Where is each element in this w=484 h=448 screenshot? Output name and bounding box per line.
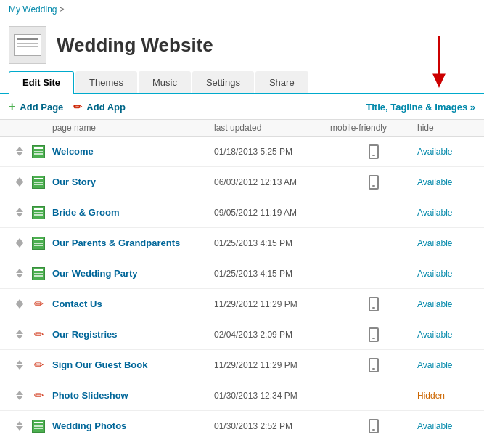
last-updated: 01/25/2013 4:15 PM — [214, 269, 330, 279]
phone-icon — [369, 327, 379, 342]
status-badge[interactable]: Available — [417, 299, 475, 309]
page-icon — [30, 235, 46, 251]
tab-music[interactable]: Music — [139, 71, 191, 93]
last-updated: 01/18/2013 5:25 PM — [214, 147, 330, 157]
tab-share[interactable]: Share — [255, 71, 308, 93]
title-tagline-label: Title, Tagline & Images » — [366, 102, 475, 113]
sort-arrows[interactable] — [9, 360, 30, 370]
page-name[interactable]: Our Parents & Grandparents — [52, 237, 214, 248]
last-updated: 01/30/2013 2:52 PM — [214, 421, 330, 431]
add-app-icon: ✏ — [73, 101, 82, 113]
sort-arrows[interactable] — [9, 269, 30, 278]
green-page-icon — [32, 267, 45, 280]
sort-down-icon[interactable] — [16, 274, 23, 278]
sort-down-icon[interactable] — [16, 213, 23, 217]
title-tagline-link[interactable]: Title, Tagline & Images » — [366, 102, 475, 113]
table-row: ✏Contact Us11/29/2012 11:29 PMAvailable — [0, 289, 484, 319]
sort-arrows[interactable] — [9, 208, 30, 217]
sort-down-icon[interactable] — [16, 152, 23, 156]
sort-up-icon[interactable] — [16, 391, 23, 395]
page-name[interactable]: Our Story — [52, 176, 214, 187]
table-row: Our Wedding Party01/25/2013 4:15 PMAvail… — [0, 258, 484, 289]
tab-themes[interactable]: Themes — [75, 71, 137, 93]
sort-arrows[interactable] — [9, 238, 30, 248]
red-pencil-icon: ✏ — [34, 358, 44, 372]
page-icon — [30, 418, 46, 434]
page-name[interactable]: Our Registries — [52, 329, 214, 340]
mobile-friendly-cell — [330, 297, 417, 311]
sort-down-icon[interactable] — [16, 426, 23, 431]
sort-arrows[interactable] — [9, 177, 30, 187]
sort-down-icon[interactable] — [16, 182, 23, 187]
sort-down-icon[interactable] — [16, 335, 23, 339]
sort-down-icon[interactable] — [16, 304, 23, 309]
sort-arrows[interactable] — [9, 330, 30, 339]
last-updated: 11/29/2012 11:29 PM — [214, 299, 330, 309]
sort-up-icon[interactable] — [16, 208, 23, 212]
sort-up-icon[interactable] — [16, 299, 23, 304]
tab-edit-site[interactable]: Edit Site — [9, 71, 74, 94]
sort-up-icon[interactable] — [16, 147, 23, 151]
breadcrumb-link[interactable]: My Wedding — [9, 4, 57, 15]
page-name[interactable]: Wedding Photos — [52, 420, 214, 431]
table-row: Wedding Photos01/30/2013 2:52 PMAvailabl… — [0, 411, 484, 441]
page-icon: ✏ — [30, 388, 46, 404]
page-icon: ✏ — [30, 357, 46, 373]
col-hide: hide — [417, 123, 475, 133]
phone-icon — [369, 144, 379, 159]
sort-up-icon[interactable] — [16, 269, 23, 273]
phone-icon — [369, 297, 379, 311]
page-icon: ✏ — [30, 296, 46, 312]
status-badge[interactable]: Available — [417, 360, 475, 370]
sort-down-icon[interactable] — [16, 243, 23, 248]
page-name[interactable]: Contact Us — [52, 298, 214, 309]
status-badge[interactable]: Available — [417, 177, 475, 187]
tab-bar: Edit Site Themes Music Settings Share — [0, 71, 484, 94]
status-badge[interactable]: Hidden — [417, 391, 475, 401]
page-icon: ✏ — [30, 327, 46, 343]
page-name[interactable]: Sign Our Guest Book — [52, 359, 214, 370]
sort-down-icon[interactable] — [16, 396, 23, 400]
status-badge[interactable]: Available — [417, 238, 475, 248]
page-name[interactable]: Our Wedding Party — [52, 268, 214, 279]
green-page-icon — [32, 237, 45, 250]
last-updated: 01/25/2013 4:15 PM — [214, 238, 330, 248]
page-name[interactable]: Bride & Groom — [52, 207, 214, 218]
sort-arrows[interactable] — [9, 147, 30, 156]
sort-up-icon[interactable] — [16, 421, 23, 425]
table-row: Our Parents & Grandparents01/25/2013 4:1… — [0, 228, 484, 258]
status-badge[interactable]: Available — [417, 421, 475, 431]
col-page-name: page name — [52, 123, 214, 133]
status-badge[interactable]: Available — [417, 147, 475, 157]
last-updated: 01/30/2013 12:34 PM — [214, 391, 330, 401]
phone-icon — [369, 358, 379, 372]
status-badge[interactable]: Available — [417, 269, 475, 279]
green-page-icon — [32, 420, 45, 433]
green-page-icon — [32, 176, 45, 189]
page-title: Wedding Website — [57, 34, 213, 57]
mobile-friendly-cell — [330, 327, 417, 342]
add-page-icon: + — [9, 100, 15, 113]
sort-up-icon[interactable] — [16, 238, 23, 243]
page-name[interactable]: Welcome — [52, 146, 214, 157]
mobile-friendly-cell — [330, 358, 417, 372]
status-badge[interactable]: Available — [417, 208, 475, 218]
sort-down-icon[interactable] — [16, 365, 23, 370]
red-arrow-indicator — [424, 36, 454, 97]
sort-up-icon[interactable] — [16, 177, 23, 182]
sort-arrows[interactable] — [9, 391, 30, 400]
mobile-friendly-cell — [330, 175, 417, 190]
page-name[interactable]: Photo Slideshow — [52, 390, 214, 401]
table-row: Our Story06/03/2012 12:13 AMAvailable — [0, 167, 484, 197]
tab-settings[interactable]: Settings — [192, 71, 254, 93]
sort-arrows[interactable] — [9, 299, 30, 309]
add-page-button[interactable]: + Add Page — [9, 100, 63, 113]
add-app-button[interactable]: ✏ Add App — [73, 101, 126, 113]
status-badge[interactable]: Available — [417, 330, 475, 340]
last-updated: 02/04/2013 2:09 PM — [214, 330, 330, 340]
sort-up-icon[interactable] — [16, 360, 23, 364]
sort-arrows[interactable] — [9, 421, 30, 431]
phone-icon — [369, 419, 379, 433]
toolbar: + Add Page ✏ Add App Title, Tagline & Im… — [0, 94, 484, 120]
sort-up-icon[interactable] — [16, 330, 23, 334]
